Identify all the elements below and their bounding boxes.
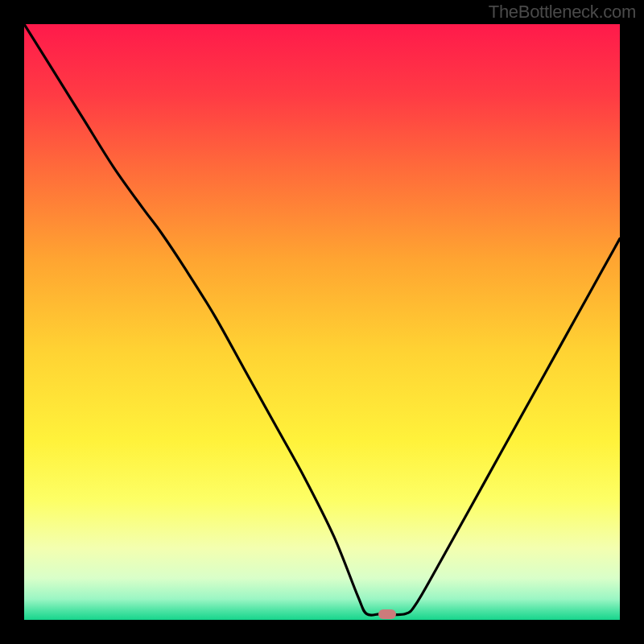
gradient-bg (24, 24, 620, 620)
chart-frame: TheBottleneck.com (0, 0, 644, 644)
optimum-marker (378, 609, 396, 619)
watermark-text: TheBottleneck.com (489, 2, 636, 23)
bottleneck-plot (24, 24, 620, 620)
